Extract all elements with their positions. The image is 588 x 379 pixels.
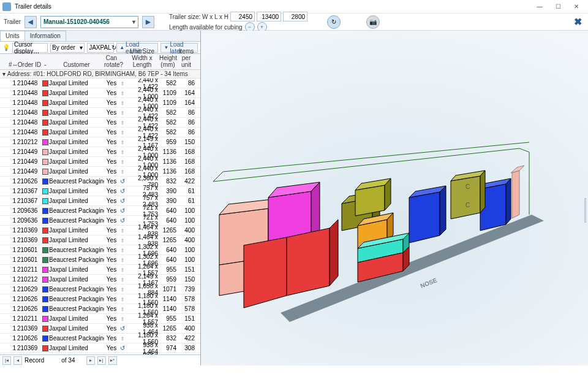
- minimize-button[interactable]: —: [530, 1, 549, 13]
- table-row[interactable]: 1210369Jaxpal LimitedYes↺938 x 1,4641265…: [0, 324, 200, 334]
- table-row[interactable]: 1210367Jaxpal LimitedYes↺757 x 2,4833906…: [0, 186, 200, 196]
- col-order[interactable]: Order ID: [17, 61, 42, 68]
- table-row[interactable]: 1210626Beaucrest Packaging SoluYes↕1,180…: [0, 334, 200, 343]
- left-pane: Units Information 💡 Cursor display… By o…: [0, 31, 201, 366]
- record-navigator: |◂ ◂ Record of 34 ▸ ▸| ▸*: [0, 354, 200, 366]
- trailer-label: Trailer: [4, 18, 21, 25]
- size-label: Trailer size: W x L x H: [169, 13, 228, 20]
- svg-text:C: C: [466, 183, 470, 190]
- table-row[interactable]: 1210448Jaxpal LimitedYes↕2,440 x 1,42258…: [0, 78, 200, 88]
- table-row[interactable]: 1209636Beaucrest Packaging SoluYes↺721 x…: [0, 216, 200, 226]
- table-row[interactable]: 1210212Jaxpal LimitedYes↕2,149 x 1,16795…: [0, 275, 200, 285]
- new-record-button[interactable]: ▸*: [108, 356, 117, 365]
- right-splitter-handle[interactable]: [584, 198, 586, 223]
- next-record-button[interactable]: ▸: [86, 356, 95, 365]
- trailer-3d-render: NOSE: [201, 31, 588, 366]
- svg-marker-15: [355, 185, 385, 216]
- table-row[interactable]: 1210449Jaxpal LimitedYes↕2,440 x 1,00011…: [0, 167, 200, 177]
- grid-toolbar: 💡 Cursor display… By order▾ JAXPAL↻ ▲Loa…: [0, 42, 200, 54]
- record-of: of 34: [61, 357, 75, 364]
- cursor-display-select[interactable]: Cursor display…: [12, 43, 48, 53]
- grid-body: 1210448Jaxpal LimitedYes↕2,440 x 1,42258…: [0, 78, 200, 354]
- tab-units[interactable]: Units: [0, 31, 25, 41]
- table-row[interactable]: 1210629Beaucrest Packaging SoluYes↕1,658…: [0, 285, 200, 294]
- address-group-row[interactable]: ▾ Address: #01: HOLDFORD RD, BIRMINGHAM,…: [0, 70, 200, 78]
- main: Units Information 💡 Cursor display… By o…: [0, 31, 588, 366]
- arrow-up-icon: ▲: [119, 45, 124, 50]
- table-row[interactable]: 1210369Jaxpal LimitedYes↕1,464 x 9381265…: [0, 226, 200, 235]
- refresh-button[interactable]: ↻: [327, 15, 341, 29]
- trailer-combo[interactable]: Manual-151020-040456 ▾: [40, 16, 138, 28]
- table-row[interactable]: 1210448Jaxpal LimitedYes↕2,440 x 1,42258…: [0, 118, 200, 128]
- svg-text:C: C: [466, 202, 470, 209]
- top-toolbar: Trailer ◀ Manual-151020-040456 ▾ ▶ Trail…: [0, 13, 588, 31]
- table-row[interactable]: 1210449Jaxpal LimitedYes↕2,440 x 1,00011…: [0, 147, 200, 157]
- 3d-viewport[interactable]: NOSE: [201, 31, 588, 366]
- table-row[interactable]: 1210448Jaxpal LimitedYes↕2,440 x 1,42258…: [0, 128, 200, 137]
- maximize-button[interactable]: ☐: [549, 1, 567, 13]
- table-row[interactable]: 1210211Jaxpal LimitedYes↕1,264 x 1,55795…: [0, 314, 200, 324]
- table-row[interactable]: 1210448Jaxpal LimitedYes↕2,440 x 1,42258…: [0, 108, 200, 118]
- col-size[interactable]: Unit Size Width x Length: [126, 48, 159, 68]
- svg-marker-9: [244, 237, 287, 308]
- arrow-down-icon: ▼: [164, 45, 168, 50]
- tabs: Units Information: [0, 31, 200, 42]
- col-rotate[interactable]: Can rotate?: [104, 55, 119, 68]
- collapse-icon: ▾: [2, 71, 7, 77]
- first-record-button[interactable]: |◂: [2, 356, 11, 365]
- height-input[interactable]: [283, 12, 307, 21]
- svg-marker-37: [512, 170, 519, 218]
- bulb-icon: 💡: [2, 44, 10, 51]
- svg-marker-28: [440, 186, 446, 235]
- table-row[interactable]: 1210601Beaucrest Packaging SoluYes↕1,302…: [0, 245, 200, 255]
- table-row[interactable]: 1210212Jaxpal LimitedYes↕2,149 x 1,16795…: [0, 137, 200, 147]
- prev-record-button[interactable]: ◂: [13, 356, 22, 365]
- camera-icon: 📷: [369, 18, 377, 25]
- table-row[interactable]: 1210449Jaxpal LimitedYes↕2,440 x 1,00011…: [0, 157, 200, 167]
- window-title: Trailer details: [15, 3, 51, 10]
- len-avail-label: Length available for cubing: [169, 24, 243, 31]
- table-row[interactable]: 1210367Jaxpal LimitedYes↺757 x 2,4833906…: [0, 196, 200, 206]
- svg-marker-30: [506, 178, 511, 224]
- app-icon: [2, 2, 11, 11]
- jaxpal-select[interactable]: JAXPAL↻: [87, 43, 114, 53]
- width-input[interactable]: [230, 12, 255, 21]
- camera-button[interactable]: 📷: [366, 15, 380, 29]
- table-row[interactable]: 1210601Beaucrest Packaging SoluYes↕1,302…: [0, 255, 200, 265]
- svg-marker-10: [287, 228, 330, 296]
- col-items[interactable]: Items per unit: [178, 48, 196, 68]
- record-label: Record: [24, 357, 44, 364]
- length-input[interactable]: [257, 12, 281, 21]
- refresh-icon: ↻: [331, 18, 336, 25]
- table-row[interactable]: 1210211Jaxpal LimitedYes↕1,264 x 1,55795…: [0, 265, 200, 275]
- col-customer[interactable]: Customer: [49, 61, 104, 68]
- table-row[interactable]: 1210626Beaucrest Packaging SoluYes↺2,360…: [0, 177, 200, 186]
- col-num[interactable]: #↔: [9, 61, 17, 68]
- panel-close-button[interactable]: ✖: [571, 15, 584, 29]
- svg-marker-26: [409, 192, 440, 243]
- close-button[interactable]: ✕: [567, 1, 586, 13]
- nose-label: NOSE: [420, 277, 439, 289]
- chevron-down-icon: ▾: [132, 18, 135, 25]
- col-height[interactable]: Height (mm): [159, 55, 178, 68]
- table-row[interactable]: 1210369Jaxpal LimitedYes↕1,464 x 9381265…: [0, 235, 200, 245]
- sort-select[interactable]: By order▾: [50, 43, 85, 53]
- table-row[interactable]: 1210369Jaxpal LimitedYes↺938 x 1,4649743…: [0, 343, 200, 353]
- table-row[interactable]: 1210448Jaxpal LimitedYes↕2,440 x 1,00011…: [0, 88, 200, 98]
- chevron-down-icon: ▾: [80, 44, 83, 51]
- svg-marker-32: [451, 176, 480, 219]
- next-trailer-button[interactable]: ▶: [142, 16, 154, 28]
- grid-header: #↔ Order ID - Customer Can rotate? Unit …: [0, 54, 200, 70]
- last-record-button[interactable]: ▸|: [97, 356, 106, 365]
- svg-marker-11: [330, 220, 338, 286]
- table-row[interactable]: 1210448Jaxpal LimitedYes↕2,440 x 1,00011…: [0, 98, 200, 108]
- svg-marker-34: [480, 170, 485, 213]
- table-row[interactable]: 1209636Beaucrest Packaging SoluYes↺721 x…: [0, 206, 200, 216]
- prev-trailer-button[interactable]: ◀: [24, 16, 37, 28]
- tab-information[interactable]: Information: [24, 31, 66, 41]
- table-row[interactable]: 1210626Beaucrest Packaging SoluYes↕1,180…: [0, 294, 200, 304]
- table-row[interactable]: 1210626Beaucrest Packaging SoluYes↕1,180…: [0, 304, 200, 314]
- trailer-combo-value: Manual-151020-040456: [43, 18, 110, 25]
